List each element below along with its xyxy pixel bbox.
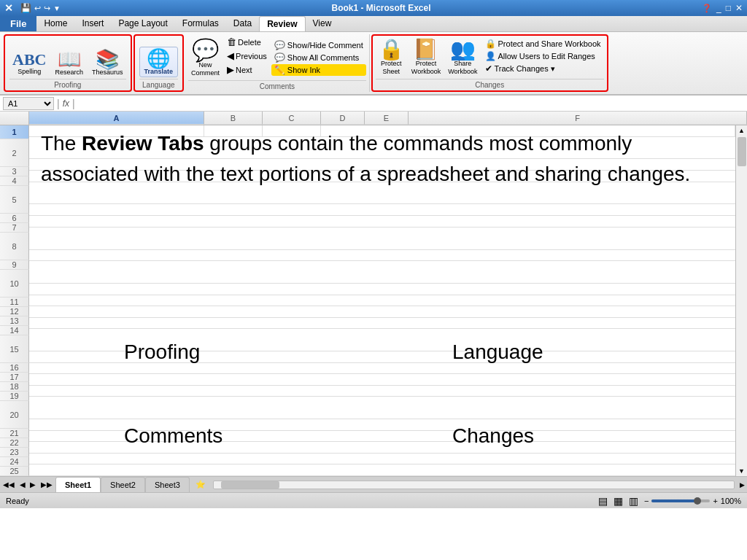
sheet-tab-sheet1[interactable]: Sheet1 [55,477,101,493]
scroll-up-btn[interactable]: ▲ [737,125,746,136]
row-header-24[interactable]: 24 [0,457,29,467]
translate-btn[interactable]: 🌐 Translate [139,47,179,77]
grid-row-3[interactable] [29,159,735,171]
row-header-17[interactable]: 17 [0,373,29,382]
new-comment-btn[interactable]: 💬 New Comment [188,38,222,79]
row-header-13[interactable]: 13 [0,316,29,326]
grid-row-18[interactable] [29,374,735,386]
zoom-in-btn[interactable]: + [713,497,717,505]
menu-home[interactable]: Home [36,16,74,31]
grid-row-5[interactable] [29,182,735,205]
view-layout-btn[interactable]: ▦ [614,495,623,507]
menu-view[interactable]: View [306,16,339,31]
col-header-c[interactable]: C [263,112,321,125]
quick-undo-btn[interactable]: ↩ [34,4,41,13]
protect-sheet-btn[interactable]: 🔒 Protect Sheet [376,38,407,77]
horizontal-scrollbar[interactable] [213,481,735,489]
quick-access-dropdown[interactable]: ▼ [53,4,61,12]
zoom-out-btn[interactable]: − [644,497,649,505]
row-header-2[interactable]: 2 [0,139,29,167]
sheet-tab-nav-left[interactable]: ◀◀ [0,481,18,489]
grid-row-17[interactable] [29,363,735,375]
share-workbook-btn[interactable]: 👥 Share Workbook [445,38,480,77]
allow-users-btn[interactable]: 👤 Allow Users to Edit Ranges [482,50,604,62]
grid-row-10[interactable] [29,261,735,284]
grid-row-6[interactable] [29,204,735,216]
h-scroll-thumb[interactable] [221,481,279,489]
row-header-12[interactable]: 12 [0,307,29,316]
file-menu-btn[interactable]: File [0,16,36,31]
col-header-d[interactable]: D [321,112,365,125]
grid-row-13[interactable] [29,306,735,318]
col-header-b[interactable]: B [204,112,263,125]
grid-row-1[interactable] [29,125,735,137]
menu-review[interactable]: Review [259,16,305,31]
menu-insert[interactable]: Insert [74,16,111,31]
scroll-right-btn[interactable]: ▶ [738,481,747,489]
grid-row-4[interactable] [29,171,735,182]
delete-btn[interactable]: 🗑 Delete [224,36,270,48]
help-btn[interactable]: ❓ [702,4,712,13]
cell-reference-box[interactable]: A1 [3,97,54,110]
zoom-slider-container[interactable]: − + 100% [644,497,741,505]
row-header-21[interactable]: 21 [0,429,29,438]
show-ink-btn[interactable]: ✏️ Show Ink [271,64,366,76]
grid-row-11[interactable] [29,284,735,295]
row-header-20[interactable]: 20 [0,401,29,429]
row-header-1[interactable]: 1 [0,125,29,139]
grid-row-9[interactable] [29,250,735,262]
row-header-18[interactable]: 18 [0,382,29,392]
col-header-f[interactable]: F [409,112,747,125]
row-header-10[interactable]: 10 [0,270,29,298]
view-page-break-btn[interactable]: ▥ [629,495,638,507]
protect-share-workbook-btn[interactable]: 🔒 Protect and Share Workbook [482,38,604,50]
grid-row-2[interactable] [29,137,735,160]
grid-row-25[interactable] [29,464,735,476]
grid-row-7[interactable] [29,216,735,228]
quick-save-btn[interactable]: 💾 [20,3,31,13]
row-header-8[interactable]: 8 [0,233,29,260]
minimize-btn[interactable]: _ [716,3,721,13]
row-header-4[interactable]: 4 [0,176,29,186]
formula-input[interactable] [78,98,744,109]
col-header-a[interactable]: A [29,112,204,125]
quick-redo-btn[interactable]: ↪ [44,4,50,13]
vertical-scrollbar[interactable]: ▲ ▼ [735,125,747,476]
col-header-e[interactable]: E [365,112,409,125]
sheet-tab-nav-next[interactable]: ▶ [28,481,38,489]
grid-row-12[interactable] [29,295,735,307]
row-header-15[interactable]: 15 [0,335,29,363]
row-header-23[interactable]: 23 [0,448,29,457]
grid-row-8[interactable] [29,228,735,250]
zoom-level[interactable]: 100% [721,497,741,505]
sheet-tab-nav-right[interactable]: ▶▶ [38,481,55,489]
sheet-tab-nav-prev[interactable]: ◀ [18,481,28,489]
row-header-14[interactable]: 14 [0,326,29,335]
row-header-7[interactable]: 7 [0,223,29,233]
restore-btn[interactable]: □ [726,3,731,13]
zoom-slider[interactable] [651,499,710,502]
show-hide-comment-btn[interactable]: 💬 Show/Hide Comment [271,39,366,51]
scroll-down-btn[interactable]: ▼ [737,466,746,476]
grid-row-24[interactable] [29,454,735,465]
sheet-tab-sheet3[interactable]: Sheet3 [145,477,190,493]
row-header-11[interactable]: 11 [0,298,29,307]
menu-data[interactable]: Data [226,16,259,31]
protect-workbook-btn[interactable]: 📔 Protect Workbook [409,38,444,77]
row-header-19[interactable]: 19 [0,392,29,401]
row-header-6[interactable]: 6 [0,214,29,223]
track-changes-btn[interactable]: ✔ Track Changes ▾ [482,63,604,74]
grid-row-20[interactable] [29,397,735,419]
research-btn[interactable]: 📖 Research [52,48,86,77]
sheet-tab-sheet2[interactable]: Sheet2 [101,477,145,493]
thesaurus-btn[interactable]: 📚 Thesaurus [89,48,126,77]
spelling-btn[interactable]: ABC Spelling [9,50,49,77]
view-normal-btn[interactable]: ▤ [598,495,608,507]
menu-formulas[interactable]: Formulas [175,16,226,31]
previous-btn[interactable]: ◀ Previous [224,50,270,62]
row-header-5[interactable]: 5 [0,186,29,214]
row-header-16[interactable]: 16 [0,363,29,373]
menu-page-layout[interactable]: Page Layout [111,16,174,31]
grid-row-19[interactable] [29,386,735,397]
next-btn[interactable]: ▶ Next [224,63,270,76]
